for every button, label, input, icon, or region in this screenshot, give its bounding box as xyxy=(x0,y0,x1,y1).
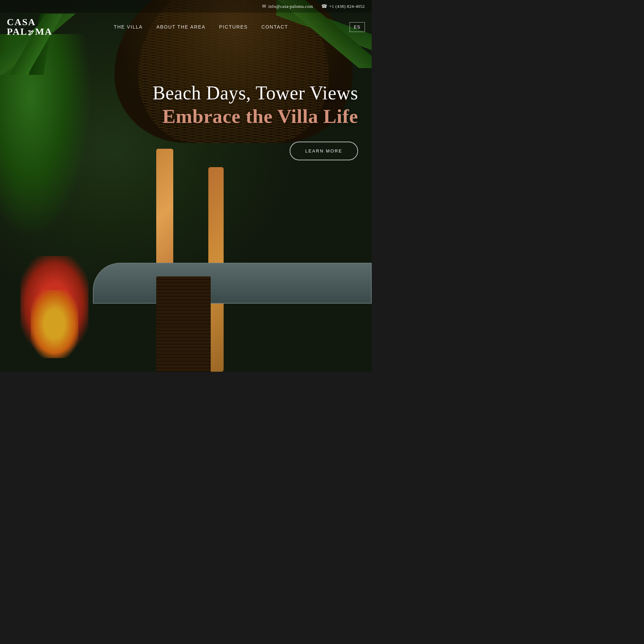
top-bar: ✉ info@casa-paloma.com ☎ +1 (438) 824-40… xyxy=(0,0,372,13)
hero-subtitle: Embrace the Villa Life xyxy=(0,105,358,128)
plants-bottom xyxy=(20,256,88,351)
nav-item-about-the-area: ABOUT THE AREA xyxy=(156,24,205,30)
navbar: CASA PAL🕊MA THE VILLA ABOUT THE AREA PIC… xyxy=(0,13,372,41)
logo-line1: CASA xyxy=(7,17,36,27)
language-button[interactable]: ES xyxy=(350,22,365,32)
wood-door xyxy=(156,276,211,372)
nav-item-the-villa: THE VILLA xyxy=(114,24,143,30)
email-address: info@casa-paloma.com xyxy=(268,4,313,9)
phone-icon: ☎ xyxy=(321,3,327,9)
logo[interactable]: CASA PAL🕊MA xyxy=(7,17,52,36)
dove-icon: 🕊 xyxy=(28,30,35,36)
learn-more-button[interactable]: LEARN MORE xyxy=(290,142,358,160)
email-icon: ✉ xyxy=(262,3,266,9)
hero-content: Beach Days, Tower Views Embrace the Vill… xyxy=(0,41,372,160)
stone-terrace xyxy=(93,263,372,304)
nav-link-the-villa[interactable]: THE VILLA xyxy=(114,24,143,30)
nav-link-about-the-area[interactable]: ABOUT THE AREA xyxy=(156,24,205,30)
phone-link[interactable]: ☎ +1 (438) 824-4052 xyxy=(321,3,365,9)
nav-menu: THE VILLA ABOUT THE AREA PICTURES CONTAC… xyxy=(114,24,288,30)
nav-item-contact: CONTACT xyxy=(261,24,288,30)
logo-line2: PAL🕊MA xyxy=(7,27,52,36)
nav-link-pictures[interactable]: PICTURES xyxy=(219,24,248,30)
hero-tagline: Beach Days, Tower Views xyxy=(0,82,358,104)
phone-number: +1 (438) 824-4052 xyxy=(329,4,365,9)
email-link[interactable]: ✉ info@casa-paloma.com xyxy=(262,3,313,9)
nav-item-pictures: PICTURES xyxy=(219,24,248,30)
nav-link-contact[interactable]: CONTACT xyxy=(261,24,288,30)
